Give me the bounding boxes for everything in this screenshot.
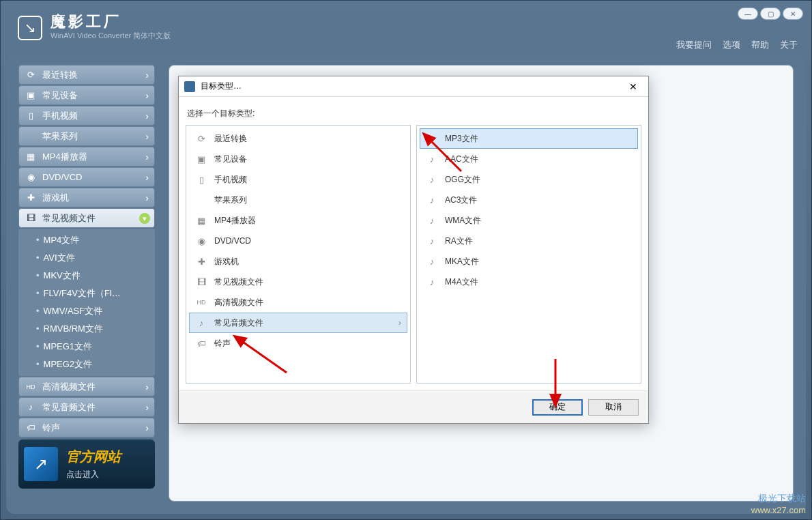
- sidebar-item-hd[interactable]: HD高清视频文件›: [18, 377, 155, 396]
- target-type-dialog: 目标类型… ✕ 选择一个目标类型: ⟳最近转换 ▣常见设备 ▯手机视频 苹果系列…: [178, 76, 649, 424]
- header-links: 我要提问 选项 帮助 关于: [676, 39, 798, 51]
- device-icon: ▣: [25, 89, 37, 102]
- device-icon: ▣: [195, 153, 207, 165]
- fmt-wma[interactable]: ♪WMA文件: [420, 210, 638, 231]
- fmt-aac[interactable]: ♪AAC文件: [420, 149, 638, 169]
- tag-icon: 🏷: [25, 422, 37, 434]
- sub-item-avi[interactable]: AVI文件: [18, 249, 155, 267]
- maximize-button[interactable]: ▢: [760, 8, 781, 20]
- chevron-right-icon: ›: [145, 402, 149, 413]
- hd-icon: HD: [195, 296, 207, 308]
- sub-item-mp4[interactable]: MP4文件: [18, 231, 155, 249]
- watermark: 极光下载站 www.x27.com: [751, 493, 806, 515]
- clock-icon: ⟳: [195, 132, 207, 145]
- sidebar-item-mobile[interactable]: ▯手机视频›: [18, 106, 155, 126]
- fmt-ra[interactable]: ♪RA文件: [420, 231, 638, 251]
- phone-icon: ▯: [195, 173, 207, 186]
- clock-icon: ⟳: [25, 69, 37, 81]
- music-icon: ♪: [426, 235, 438, 247]
- link-about[interactable]: 关于: [780, 39, 798, 51]
- chevron-right-icon: ›: [145, 90, 149, 101]
- chevron-right-icon: ›: [145, 131, 149, 142]
- cat-dvd[interactable]: ◉DVD/VCD: [189, 231, 407, 251]
- music-icon: ♪: [426, 153, 438, 165]
- music-icon: ♪: [25, 401, 37, 414]
- disc-icon: ◉: [195, 235, 207, 247]
- music-icon: ♪: [426, 194, 438, 206]
- chevron-right-icon: ›: [145, 381, 149, 392]
- cat-common-audio[interactable]: ♪常见音频文件›: [189, 313, 407, 333]
- cat-ringtone[interactable]: 🏷铃声: [189, 333, 407, 353]
- official-site-banner[interactable]: ↗ 官方网站 点击进入: [18, 439, 155, 489]
- gamepad-icon: ✚: [25, 192, 37, 204]
- link-options[interactable]: 选项: [723, 39, 740, 51]
- music-icon: ♪: [426, 132, 438, 145]
- cat-common-video[interactable]: 🎞常见视频文件: [189, 272, 407, 292]
- banner-title: 官方网站: [66, 448, 121, 466]
- sub-item-wmv[interactable]: WMV/ASF文件: [18, 302, 155, 320]
- sidebar-item-console[interactable]: ✚游戏机›: [18, 188, 155, 207]
- sidebar-item-audio[interactable]: ♪常见音频文件›: [18, 397, 155, 417]
- cat-console[interactable]: ✚游戏机: [189, 251, 407, 272]
- fmt-m4a[interactable]: ♪M4A文件: [420, 272, 638, 292]
- ok-button[interactable]: 确定: [532, 399, 583, 416]
- dialog-prompt: 选择一个目标类型:: [179, 97, 648, 125]
- minimize-button[interactable]: —: [738, 8, 758, 20]
- window-controls: — ▢ ✕: [738, 8, 803, 20]
- logo-icon: ↗: [18, 16, 42, 40]
- chevron-right-icon: ›: [398, 318, 401, 328]
- link-ask[interactable]: 我要提问: [676, 39, 712, 51]
- fmt-mka[interactable]: ♪MKA文件: [420, 251, 638, 272]
- film-icon: 🎞: [25, 212, 37, 225]
- fmt-ogg[interactable]: ♪OGG文件: [420, 169, 638, 190]
- dialog-body: ⟳最近转换 ▣常见设备 ▯手机视频 苹果系列 ▦MP4播放器 ◉DVD/VCD …: [179, 125, 648, 390]
- cancel-button[interactable]: 取消: [588, 399, 639, 416]
- player-icon: ▦: [25, 151, 37, 163]
- sub-item-flv[interactable]: FLV/F4V文件（Fl…: [18, 285, 155, 302]
- sidebar-item-devices[interactable]: ▣常见设备›: [18, 85, 155, 105]
- sidebar-sublist: MP4文件 AVI文件 MKV文件 FLV/F4V文件（Fl… WMV/ASF文…: [18, 229, 155, 376]
- sub-item-mpeg2[interactable]: MPEG2文件: [18, 356, 155, 373]
- disc-icon: ◉: [25, 171, 37, 184]
- cat-mp4player[interactable]: ▦MP4播放器: [189, 210, 407, 231]
- sub-item-mpeg1[interactable]: MPEG1文件: [18, 338, 155, 356]
- sidebar-item-apple[interactable]: 苹果系列›: [18, 126, 155, 146]
- app-header: ↗ 魔影工厂 WinAVI Video Converter 简体中文版 — ▢ …: [1, 1, 811, 54]
- chevron-right-icon: ›: [145, 192, 149, 203]
- apple-icon: [25, 130, 37, 143]
- fmt-mp3[interactable]: ♪MP3文件: [420, 128, 638, 149]
- cat-devices[interactable]: ▣常见设备: [189, 149, 407, 169]
- dialog-footer: 确定 取消: [179, 390, 648, 423]
- app-title-cn: 魔影工厂: [50, 14, 171, 29]
- sidebar-item-common-video[interactable]: 🎞 常见视频文件 ▾: [18, 208, 155, 228]
- fmt-ac3[interactable]: ♪AC3文件: [420, 190, 638, 210]
- cat-apple[interactable]: 苹果系列: [189, 190, 407, 210]
- sidebar-item-ringtone[interactable]: 🏷铃声›: [18, 418, 155, 437]
- close-button[interactable]: ✕: [783, 8, 803, 20]
- chevron-right-icon: ›: [145, 172, 149, 183]
- chevron-right-icon: ›: [145, 111, 149, 121]
- cat-recent[interactable]: ⟳最近转换: [189, 128, 407, 149]
- dialog-title: 目标类型…: [201, 81, 242, 92]
- cat-hd[interactable]: HD高清视频文件: [189, 292, 407, 313]
- player-icon: ▦: [195, 214, 207, 227]
- app-logo: ↗ 魔影工厂 WinAVI Video Converter 简体中文版: [18, 14, 171, 41]
- hd-icon: HD: [25, 381, 37, 393]
- apple-icon: [195, 194, 207, 206]
- sidebar-item-recent[interactable]: ⟳最近转换›: [18, 65, 155, 85]
- music-icon: ♪: [426, 255, 438, 268]
- tag-icon: 🏷: [195, 337, 207, 349]
- category-list: ⟳最近转换 ▣常见设备 ▯手机视频 苹果系列 ▦MP4播放器 ◉DVD/VCD …: [186, 125, 411, 384]
- dialog-close-button[interactable]: ✕: [624, 79, 643, 94]
- sub-item-mkv[interactable]: MKV文件: [18, 267, 155, 285]
- gamepad-icon: ✚: [195, 255, 207, 268]
- link-help[interactable]: 帮助: [751, 39, 769, 51]
- cat-mobile[interactable]: ▯手机视频: [189, 169, 407, 190]
- sub-item-rmvb[interactable]: RMVB/RM文件: [18, 320, 155, 338]
- music-icon: ♪: [426, 276, 438, 288]
- format-list: ♪MP3文件 ♪AAC文件 ♪OGG文件 ♪AC3文件 ♪WMA文件 ♪RA文件…: [416, 125, 641, 384]
- music-icon: ♪: [426, 214, 438, 227]
- sidebar-item-mp4player[interactable]: ▦MP4播放器›: [18, 147, 155, 167]
- sidebar-item-dvd[interactable]: ◉DVD/VCD›: [18, 167, 155, 187]
- music-icon: ♪: [195, 317, 207, 329]
